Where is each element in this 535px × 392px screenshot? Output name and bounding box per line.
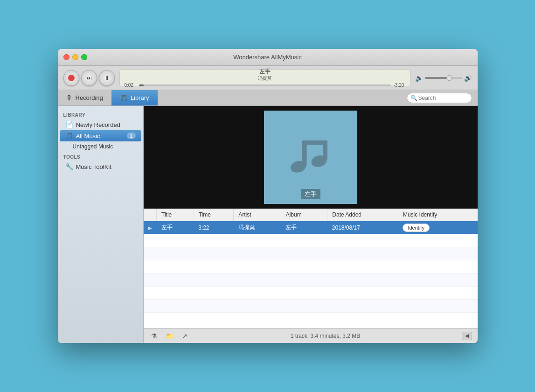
album-area: 左手: [144, 106, 478, 209]
progress-fill: [139, 84, 144, 86]
time-current: 0:02: [125, 83, 136, 88]
col-album: Album: [281, 209, 327, 221]
row-date-added: 2018/08/17: [327, 221, 398, 234]
all-music-badge: 1: [127, 133, 135, 139]
col-artist: Artist: [234, 209, 281, 221]
sidebar: LIBRARY 📄 Newly Recorded 🎵 All Music 1 U…: [58, 106, 144, 343]
close-button[interactable]: [63, 54, 69, 60]
tools-section-label: TOOLS: [58, 152, 143, 161]
search-area: 🔍: [401, 90, 478, 105]
recording-icon: 🎙: [66, 94, 73, 102]
col-indicator: [144, 209, 157, 221]
col-time: Time: [194, 209, 234, 221]
volume-low-icon: 🔈: [415, 74, 423, 82]
music-note-icon: [283, 129, 339, 185]
sidebar-item-newly-recorded[interactable]: 📄 Newly Recorded: [60, 119, 141, 130]
sidebar-item-music-toolkit[interactable]: 🔧 Music ToolKit: [60, 161, 141, 172]
tab-library-label: Library: [131, 94, 149, 101]
playing-icon: ▶: [148, 225, 152, 231]
sidebar-item-all-music[interactable]: 🎵 All Music 1: [60, 130, 141, 141]
untagged-music-label: Untagged Music: [73, 143, 113, 150]
table-row-empty-3: [144, 260, 478, 273]
library-icon: 🎵: [120, 94, 128, 102]
newly-recorded-label: Newly Recorded: [76, 121, 120, 128]
row-play-indicator: ▶: [144, 221, 157, 234]
row-time: 3:22: [194, 221, 234, 234]
volume-high-icon: 🔊: [464, 74, 472, 82]
main-content: LIBRARY 📄 Newly Recorded 🎵 All Music 1 U…: [58, 106, 478, 343]
table-row[interactable]: ▶ 左手 3:22 冯提莫 左手 2018/08/17 Identify: [144, 221, 478, 234]
traffic-lights: [63, 54, 87, 60]
pause-button[interactable]: ⏸: [99, 70, 115, 86]
table-row-empty-4: [144, 273, 478, 287]
all-music-icon: 🎵: [65, 132, 73, 140]
minimize-button[interactable]: [72, 54, 78, 60]
table-row-empty-1: [144, 234, 478, 247]
tab-recording[interactable]: 🎙 Recording: [58, 90, 111, 105]
row-artist: 冯提莫: [234, 221, 281, 234]
table-row-empty-5: [144, 287, 478, 300]
table-row-empty-6: [144, 300, 478, 313]
progress-area: 左手 冯提莫 0:02 -3:20: [119, 70, 410, 86]
album-art: 左手: [264, 111, 357, 204]
row-album: 左手: [281, 221, 327, 234]
col-title: Title: [157, 209, 194, 221]
volume-slider[interactable]: [425, 77, 462, 79]
toolkit-icon: 🔧: [65, 163, 73, 170]
status-bar: ⚗ 📁 ↗ 1 track, 3.4 minutes, 3.2 MB ◀: [144, 328, 478, 343]
record-button[interactable]: [63, 70, 79, 86]
library-section-label: LIBRARY: [58, 110, 143, 119]
player-controls: ⏭ ⏸: [63, 70, 115, 86]
row-title: 左手: [157, 221, 194, 234]
progress-track[interactable]: [139, 84, 391, 86]
player-bar: ⏭ ⏸ 左手 冯提莫 0:02 -3:20 🔈 🔊: [58, 66, 478, 90]
titlebar: Wondershare AllMyMusic: [58, 49, 478, 66]
table-row-empty-2: [144, 247, 478, 260]
right-panel: 左手 Title Time Artist Album Date Added: [144, 106, 478, 343]
status-text: 1 track, 3.4 minutes, 3.2 MB: [194, 333, 457, 339]
app-window: Wondershare AllMyMusic ⏭ ⏸ 左手 冯提莫 0:02 -…: [58, 49, 478, 343]
search-wrapper: 🔍: [407, 93, 472, 103]
volume-area: 🔈 🔊: [415, 74, 472, 82]
export-button[interactable]: ↗: [180, 331, 189, 341]
music-table: Title Time Artist Album Date Added Music…: [144, 209, 478, 313]
tab-recording-label: Recording: [76, 94, 103, 101]
volume-knob[interactable]: [446, 75, 452, 81]
folder-button[interactable]: 📁: [164, 331, 175, 341]
toolbar: 🎙 Recording 🎵 Library 🔍: [58, 90, 478, 106]
record-icon: [68, 75, 75, 81]
col-music-identify: Music Identify: [398, 209, 477, 221]
row-identify: Identify: [398, 221, 477, 234]
maximize-button[interactable]: [81, 54, 87, 60]
filter-button[interactable]: ⚗: [149, 331, 159, 341]
collapse-button[interactable]: ◀: [462, 332, 472, 340]
tab-library[interactable]: 🎵 Library: [111, 90, 158, 105]
track-title: 左手: [258, 68, 272, 76]
progress-row: 0:02 -3:20: [125, 83, 405, 88]
newly-recorded-icon: 📄: [65, 121, 73, 128]
volume-fill: [425, 77, 447, 79]
identify-button[interactable]: Identify: [403, 224, 429, 232]
track-info: 左手 冯提莫: [258, 68, 272, 82]
music-toolkit-label: Music ToolKit: [76, 163, 111, 170]
time-remaining: -3:20: [394, 83, 405, 88]
all-music-label: All Music: [76, 133, 100, 140]
album-label: 左手: [301, 189, 320, 199]
col-date-added: Date Added: [327, 209, 398, 221]
next-button[interactable]: ⏭: [81, 70, 97, 86]
track-artist: 冯提莫: [258, 75, 272, 82]
window-title: Wondershare AllMyMusic: [233, 54, 301, 61]
table-container: Title Time Artist Album Date Added Music…: [144, 209, 478, 328]
sidebar-item-untagged-music[interactable]: Untagged Music: [60, 141, 141, 152]
table-header-row: Title Time Artist Album Date Added Music…: [144, 209, 478, 221]
search-input[interactable]: [407, 93, 472, 103]
